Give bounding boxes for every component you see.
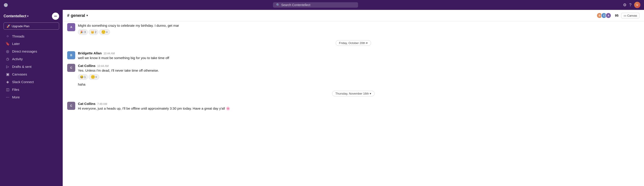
help-button[interactable]: ? (629, 3, 632, 8)
avatar: A (606, 13, 611, 18)
search-placeholder: Search Contentellect (281, 3, 310, 7)
message-sender: Cat Collins (78, 102, 96, 106)
message-sender: Bridgette Allan (78, 51, 102, 55)
message-time: 7:49 AM (97, 103, 107, 106)
activity-icon: ◷ (5, 57, 10, 61)
later-label: Later (12, 42, 20, 46)
slack-connect-label: Slack Connect (12, 80, 34, 84)
reaction-count: 2 (95, 31, 96, 34)
message-text: Might do something crazy to celebrate my… (78, 23, 640, 28)
messages-area[interactable]: A Might do something crazy to celebrate … (63, 21, 644, 186)
threads-icon: ○ (5, 34, 10, 38)
reaction-emoji: 🎉 (80, 30, 84, 34)
workspace-name-text: Contentellect (4, 14, 26, 18)
drafts-label: Drafts & sent (12, 65, 32, 68)
sidebar-item-more[interactable]: ⋯ More (2, 94, 61, 101)
reaction[interactable]: 🎉 3 (78, 29, 88, 35)
message-body: Cat Collins 7:49 AM Hi everyone, just a … (78, 102, 640, 111)
message-body: Bridgette Allan 10:44 AM well we know it… (78, 51, 640, 60)
message-sender: Cat Collins (78, 64, 96, 68)
more-icon: ⋯ (5, 95, 10, 99)
avatar: C (67, 64, 75, 72)
sidebar-item-files[interactable]: ◫ Files (2, 86, 61, 93)
date-pill[interactable]: Friday, October 20th ▾ (336, 40, 371, 46)
date-divider: Friday, October 20th ▾ (63, 40, 644, 46)
reactions: 🎉 3 👑 2 🙂+ (78, 29, 640, 35)
sidebar-item-threads[interactable]: ○ Threads (2, 33, 61, 40)
message-text: Hi everyone, just a heads up, I'll be of… (78, 106, 640, 111)
message-group: A Might do something crazy to celebrate … (63, 21, 644, 37)
date-divider: Thursday, November 16th ▾ (63, 91, 644, 96)
channel-header: # general ▾ B C A 95 ▭ Canvas (63, 10, 644, 21)
upgrade-button[interactable]: 🚀 Upgrade Plan (4, 23, 59, 30)
search-icon: 🔍 (276, 3, 280, 7)
canvases-label: Canvases (12, 72, 27, 76)
message-text: well we know it must be something big fo… (78, 55, 640, 60)
reaction[interactable]: 👑 2 (89, 29, 98, 35)
reactions: 😂 1 🙂+ (78, 74, 640, 80)
message-group: C Cat Collins 7:49 AM Hi everyone, just … (63, 100, 644, 113)
compose-button[interactable]: ✏ (52, 13, 59, 20)
message-time: 10:44 AM (104, 52, 115, 55)
avatar: A (67, 23, 75, 31)
drafts-icon: ▷ (5, 64, 10, 69)
channel-name: general (71, 13, 85, 18)
message-time: 10:44 AM (97, 64, 108, 68)
sidebar-item-slack-connect[interactable]: ◈ Slack Connect (2, 78, 61, 85)
dm-icon: ◎ (5, 49, 10, 53)
canvas-icon: ▭ (624, 14, 626, 17)
reaction-count: 3 (84, 31, 86, 34)
sidebar-item-direct-messages[interactable]: ◎ Direct messages (2, 48, 61, 55)
date-text: Friday, October 20th (339, 41, 366, 45)
add-reaction-button[interactable]: 🙂+ (89, 74, 99, 80)
message-body: Might do something crazy to celebrate my… (78, 23, 640, 35)
main-layout: Contentellect ▾ ✏ 🚀 Upgrade Plan ○ Threa… (0, 10, 644, 186)
message-group: C Cat Collins 10:44 AM Yes. Unless I'm d… (63, 62, 644, 81)
avatar: B (67, 51, 75, 59)
sidebar-item-activity[interactable]: ◷ Activity (2, 55, 61, 63)
message-header: Cat Collins 7:49 AM (78, 102, 640, 106)
message-header: Cat Collins 10:44 AM (78, 64, 640, 68)
sidebar-item-drafts-sent[interactable]: ▷ Drafts & sent (2, 63, 61, 70)
message-body: Cat Collins 10:44 AM Yes. Unless I'm dea… (78, 64, 640, 80)
add-reaction-button[interactable]: 🙂+ (99, 29, 110, 35)
sidebar-item-canvases[interactable]: ▣ Canvases (2, 70, 61, 78)
slack-connect-icon: ◈ (5, 80, 10, 84)
channel-hash: # (67, 13, 70, 18)
member-count[interactable]: 95 (615, 14, 618, 17)
search-bar[interactable]: 🔍 Search Contentellect (273, 2, 358, 8)
standalone-message: haha (63, 81, 644, 87)
workspace-name[interactable]: Contentellect ▾ (4, 14, 28, 18)
workspace-header: Contentellect ▾ ✏ (0, 10, 63, 22)
channel-header-right: B C A 95 ▭ Canvas (596, 13, 640, 18)
reaction[interactable]: 😂 1 (78, 74, 88, 80)
top-bar: 🕐 🔍 Search Contentellect ⚙ ? U (0, 0, 644, 10)
user-avatar[interactable]: U (634, 2, 640, 8)
canvases-icon: ▣ (5, 72, 10, 76)
later-icon: 🔖 (5, 42, 10, 46)
top-bar-center: 🔍 Search Contentellect (8, 2, 623, 8)
files-icon: ◫ (5, 87, 10, 92)
sidebar-item-later[interactable]: 🔖 Later (2, 40, 61, 47)
member-avatars: B C A (596, 13, 611, 18)
date-pill[interactable]: Thursday, November 16th ▾ (332, 91, 374, 96)
reaction-count: 1 (84, 75, 86, 79)
upgrade-label: Upgrade Plan (12, 25, 30, 28)
message-group: B Bridgette Allan 10:44 AM well we know … (63, 49, 644, 62)
sidebar-nav: ○ Threads 🔖 Later ◎ Direct messages ◷ Ac… (0, 32, 63, 101)
sidebar: Contentellect ▾ ✏ 🚀 Upgrade Plan ○ Threa… (0, 10, 63, 186)
top-bar-left: 🕐 (4, 3, 8, 7)
date-text: Thursday, November 16th (336, 92, 369, 95)
canvas-label: Canvas (627, 14, 637, 17)
filter-button[interactable]: ⚙ (623, 3, 626, 8)
message-text: Yes. Unless I'm dead, I'll never take ti… (78, 68, 640, 73)
canvas-button[interactable]: ▭ Canvas (621, 13, 640, 18)
channel-title[interactable]: # general ▾ (67, 13, 88, 18)
chevron-down-icon: ▾ (366, 41, 368, 45)
dm-label: Direct messages (12, 49, 37, 53)
top-bar-right: ⚙ ? U (623, 2, 640, 8)
rocket-icon: 🚀 (6, 24, 10, 28)
reaction-emoji: 😂 (80, 75, 84, 79)
chevron-down-icon: ▾ (370, 92, 371, 95)
history-icon[interactable]: 🕐 (4, 3, 8, 7)
